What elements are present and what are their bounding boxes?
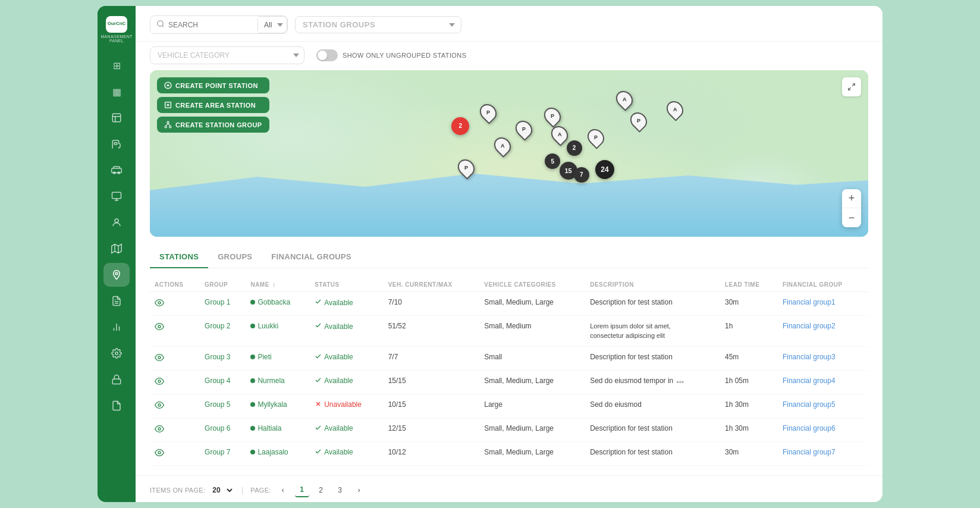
page-1[interactable]: 1: [295, 483, 309, 497]
items-per-page-label: ITEMS ON PAGE:: [150, 487, 205, 494]
sidebar-item-analytics[interactable]: [103, 315, 130, 339]
zoom-in-button[interactable]: +: [842, 189, 861, 208]
vehicle-categories-cell: Small, Medium, Large: [479, 418, 585, 441]
group-cell: Group 5: [200, 394, 246, 418]
name-cell: Myllykala: [246, 394, 310, 418]
action-cell: [150, 394, 200, 418]
svg-point-44: [158, 428, 161, 430]
logo: OurCnC MANAGEMENT PANEL: [98, 6, 136, 49]
svg-point-10: [115, 219, 118, 222]
station-name-link[interactable]: Pieti: [257, 353, 271, 361]
ungrouped-toggle[interactable]: [316, 49, 338, 61]
station-name-link[interactable]: Nurmela: [257, 377, 284, 385]
col-name: NAME ↕: [246, 278, 310, 292]
view-icon[interactable]: [155, 300, 164, 309]
sidebar-item-fuel[interactable]: [103, 132, 130, 156]
map-expand-button[interactable]: [842, 77, 861, 96]
next-page-button[interactable]: ›: [352, 483, 366, 497]
group-cell: Group 4: [200, 370, 246, 394]
status-cell: Available: [310, 441, 383, 465]
group-link[interactable]: Group 4: [205, 377, 230, 385]
vehicle-category-select[interactable]: VEHICLE CATEGORY: [150, 46, 304, 64]
status-badge: Available: [315, 322, 378, 331]
financial-group-link[interactable]: Financial group5: [783, 400, 835, 409]
all-dropdown[interactable]: All: [258, 16, 287, 33]
sidebar-item-map[interactable]: [103, 237, 130, 261]
map-container[interactable]: CREATE POINT STATION CREATE AREA STATION…: [150, 70, 868, 237]
tab-groups[interactable]: GROUPS: [208, 246, 262, 268]
create-point-station-button[interactable]: CREATE POINT STATION: [157, 77, 269, 93]
svg-line-33: [166, 123, 168, 126]
view-icon[interactable]: [155, 378, 164, 388]
topbar: All STATION GROUPS: [136, 6, 882, 42]
sort-icon[interactable]: ↕: [272, 281, 276, 288]
vehicle-categories-cell: Small, Medium, Large: [479, 370, 585, 394]
table-row: Group 7 Laajasalo Available 10/12 Small,…: [150, 441, 868, 465]
create-area-station-button[interactable]: CREATE AREA STATION: [157, 97, 269, 113]
sidebar-item-calendar[interactable]: ▦: [103, 80, 130, 104]
station-name-link[interactable]: Gobbacka: [257, 298, 290, 306]
status-cell: Available: [310, 316, 383, 347]
svg-point-31: [165, 126, 167, 128]
group-link[interactable]: Group 3: [205, 353, 230, 361]
view-icon[interactable]: [155, 402, 164, 412]
station-dot: [250, 355, 255, 359]
station-name-link[interactable]: Haltiala: [257, 424, 281, 432]
sidebar-item-settings[interactable]: [103, 341, 130, 365]
create-station-group-button[interactable]: CREATE STATION GROUP: [157, 117, 269, 133]
group-link[interactable]: Group 7: [205, 448, 230, 456]
status-text: Available: [324, 353, 353, 361]
items-per-page-select[interactable]: 20 50 100: [210, 485, 234, 495]
sidebar-item-docs[interactable]: [103, 394, 130, 418]
page-3[interactable]: 3: [333, 483, 347, 497]
tab-stations[interactable]: STATIONS: [150, 246, 208, 268]
financial-group-link[interactable]: Financial group3: [783, 353, 835, 361]
group-link[interactable]: Group 2: [205, 322, 230, 330]
status-icon: [315, 377, 322, 385]
prev-page-button[interactable]: ‹: [276, 483, 290, 497]
zoom-out-button[interactable]: −: [842, 208, 861, 227]
view-icon[interactable]: [155, 450, 164, 459]
lead-time-cell: 1h: [720, 316, 778, 347]
financial-group-link[interactable]: Financial group1: [783, 298, 835, 306]
sidebar-item-dashboard[interactable]: ⊞: [103, 54, 130, 77]
sidebar-item-documents[interactable]: [103, 106, 130, 130]
sidebar-item-reports[interactable]: [103, 289, 130, 313]
status-icon: [315, 424, 322, 433]
view-icon[interactable]: [155, 426, 164, 435]
view-icon[interactable]: [155, 324, 164, 333]
sidebar-item-screen[interactable]: [103, 184, 130, 208]
view-icon[interactable]: [155, 355, 164, 364]
financial-group-cell: Financial group2: [778, 316, 868, 347]
description-text: Description for test station: [590, 298, 673, 306]
group-link[interactable]: Group 1: [205, 298, 230, 306]
group-link[interactable]: Group 6: [205, 424, 230, 432]
financial-group-link[interactable]: Financial group4: [783, 377, 835, 385]
sidebar-item-user[interactable]: [103, 211, 130, 234]
search-input[interactable]: [168, 21, 252, 29]
page-2[interactable]: 2: [314, 483, 328, 497]
map-zoom: + −: [842, 189, 861, 227]
financial-group-link[interactable]: Financial group6: [783, 424, 835, 432]
station-groups-select[interactable]: STATION GROUPS: [295, 16, 461, 33]
svg-marker-11: [112, 244, 122, 253]
station-name-link[interactable]: Myllykala: [257, 400, 287, 409]
svg-point-14: [115, 272, 118, 275]
col-status: STATUS: [310, 278, 383, 292]
financial-group-link[interactable]: Financial group7: [783, 448, 835, 456]
sidebar-item-stations[interactable]: [103, 263, 130, 287]
group-link[interactable]: Group 5: [205, 400, 230, 409]
tab-financial-groups[interactable]: FINANCIAL GROUPS: [262, 246, 361, 268]
station-name-link[interactable]: Laajasalo: [257, 448, 288, 456]
financial-group-cell: Financial group3: [778, 346, 868, 370]
veh-cell: 12/15: [384, 418, 480, 441]
table-row: Group 1 Gobbacka Available 7/10 Small, M…: [150, 292, 868, 316]
financial-group-link[interactable]: Financial group2: [783, 322, 835, 330]
svg-point-39: [158, 356, 161, 359]
sidebar-item-vehicle[interactable]: [103, 158, 130, 182]
action-cell: [150, 370, 200, 394]
sidebar-item-security[interactable]: [103, 368, 130, 391]
station-name-link[interactable]: Luukki: [257, 322, 278, 330]
status-badge: Unavailable: [315, 400, 378, 409]
group-cell: Group 6: [200, 418, 246, 441]
